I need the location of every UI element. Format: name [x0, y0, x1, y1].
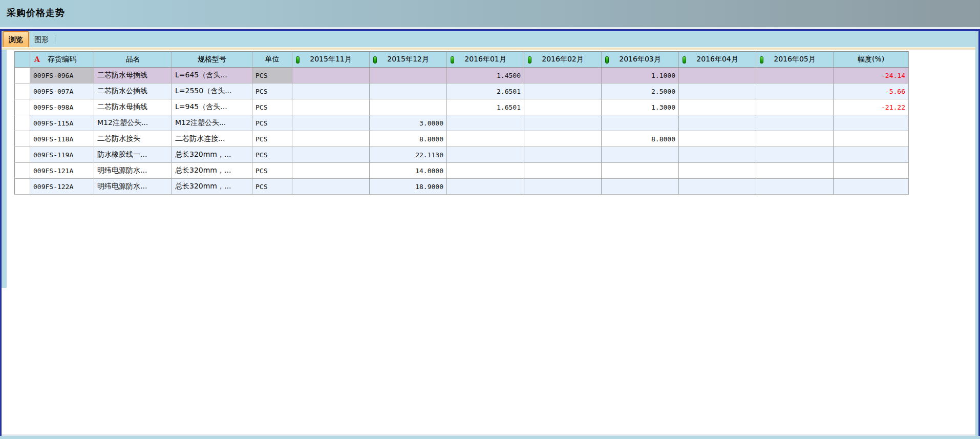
cell-unit[interactable]: PCS [252, 131, 292, 147]
cell-month-4[interactable] [602, 163, 679, 179]
cell-range[interactable] [834, 131, 909, 147]
cell-month-3[interactable] [524, 83, 602, 99]
cell-month-1[interactable] [370, 68, 447, 83]
cell-month-5[interactable] [679, 83, 756, 99]
column-header-month-2[interactable]: 2016年01月 [447, 52, 524, 68]
cell-month-2[interactable] [447, 115, 524, 131]
cell-month-2[interactable] [447, 163, 524, 179]
cell-unit[interactable]: PCS [252, 179, 292, 195]
table-row[interactable]: 009FS-097A二芯防水公插线L=2550（含头...PCS2.65012.… [15, 83, 909, 99]
column-header-code[interactable]: A存货编码 [30, 52, 94, 68]
cell-unit[interactable]: PCS [252, 83, 292, 99]
cell-month-1[interactable]: 8.8000 [370, 131, 447, 147]
cell-spec[interactable]: L=945（含头... [172, 99, 252, 115]
cell-name[interactable]: 二芯防水接头 [94, 131, 172, 147]
cell-month-3[interactable] [524, 147, 602, 163]
cell-month-3[interactable] [524, 179, 602, 195]
cell-month-2[interactable] [447, 179, 524, 195]
cell-range[interactable] [834, 163, 909, 179]
cell-month-0[interactable] [292, 163, 370, 179]
cell-month-3[interactable] [524, 163, 602, 179]
cell-month-1[interactable]: 14.0000 [370, 163, 447, 179]
cell-month-4[interactable] [602, 115, 679, 131]
table-row[interactable]: 009FS-115AM12注塑公头...M12注塑公头...PCS3.0000 [15, 115, 909, 131]
cell-month-6[interactable] [756, 68, 834, 83]
cell-unit[interactable]: PCS [252, 147, 292, 163]
cell-month-5[interactable] [679, 99, 756, 115]
column-header-month-5[interactable]: 2016年04月 [679, 52, 756, 68]
cell-month-4[interactable]: 1.1000 [602, 68, 679, 83]
cell-range[interactable]: -21.22 [834, 99, 909, 115]
table-row[interactable]: 009FS-096A二芯防水母插线L=645（含头...PCS1.45001.1… [15, 68, 909, 83]
cell-month-3[interactable] [524, 115, 602, 131]
tab-graph[interactable]: 图形 [29, 32, 54, 47]
cell-month-2[interactable]: 1.6501 [447, 99, 524, 115]
cell-code[interactable]: 009FS-118A [30, 131, 94, 147]
cell-month-0[interactable] [292, 179, 370, 195]
cell-month-2[interactable]: 2.6501 [447, 83, 524, 99]
cell-range[interactable]: -24.14 [834, 68, 909, 83]
cell-month-4[interactable] [602, 147, 679, 163]
cell-month-2[interactable] [447, 147, 524, 163]
row-selector-cell[interactable] [15, 99, 30, 115]
cell-spec[interactable]: 总长320mm，... [172, 147, 252, 163]
cell-code[interactable]: 009FS-119A [30, 147, 94, 163]
cell-month-5[interactable] [679, 179, 756, 195]
cell-name[interactable]: 二芯防水公插线 [94, 83, 172, 99]
cell-code[interactable]: 009FS-122A [30, 179, 94, 195]
table-row[interactable]: 009FS-121A明纬电源防水...总长320mm，...PCS14.0000 [15, 163, 909, 179]
cell-month-4[interactable]: 2.5000 [602, 83, 679, 99]
cell-month-5[interactable] [679, 147, 756, 163]
cell-range[interactable] [834, 147, 909, 163]
table-row[interactable]: 009FS-122A明纬电源防水...总长320mm，...PCS18.9000 [15, 179, 909, 195]
cell-month-1[interactable]: 3.0000 [370, 115, 447, 131]
cell-month-6[interactable] [756, 99, 834, 115]
row-selector-cell[interactable] [15, 179, 30, 195]
column-header-month-3[interactable]: 2016年02月 [524, 52, 602, 68]
cell-code[interactable]: 009FS-121A [30, 163, 94, 179]
column-header-month-1[interactable]: 2015年12月 [370, 52, 447, 68]
column-header-spec[interactable]: 规格型号 [172, 52, 252, 68]
cell-code[interactable]: 009FS-115A [30, 115, 94, 131]
cell-month-3[interactable] [524, 99, 602, 115]
cell-month-0[interactable] [292, 99, 370, 115]
cell-code[interactable]: 009FS-097A [30, 83, 94, 99]
cell-range[interactable]: -5.66 [834, 83, 909, 99]
cell-month-1[interactable]: 18.9000 [370, 179, 447, 195]
table-row[interactable]: 009FS-118A二芯防水接头二芯防水连接...PCS8.80008.8000 [15, 131, 909, 147]
tab-browse[interactable]: 浏览 [3, 31, 29, 47]
table-row[interactable]: 009FS-098A二芯防水母插线L=945（含头...PCS1.65011.3… [15, 99, 909, 115]
cell-name[interactable]: M12注塑公头... [94, 115, 172, 131]
cell-month-5[interactable] [679, 163, 756, 179]
cell-spec[interactable]: 总长320mm，... [172, 179, 252, 195]
cell-spec[interactable]: L=645（含头... [172, 68, 252, 83]
cell-month-5[interactable] [679, 115, 756, 131]
cell-month-4[interactable]: 8.8000 [602, 131, 679, 147]
cell-spec[interactable]: 二芯防水连接... [172, 131, 252, 147]
cell-range[interactable] [834, 115, 909, 131]
cell-name[interactable]: 防水橡胶线一... [94, 147, 172, 163]
row-selector-cell[interactable] [15, 83, 30, 99]
cell-month-4[interactable]: 1.3000 [602, 99, 679, 115]
cell-spec[interactable]: 总长320mm，... [172, 163, 252, 179]
cell-month-6[interactable] [756, 179, 834, 195]
cell-unit[interactable]: PCS [252, 68, 292, 83]
cell-month-2[interactable] [447, 131, 524, 147]
column-header-month-6[interactable]: 2016年05月 [756, 52, 834, 68]
row-selector-cell[interactable] [15, 131, 30, 147]
column-header-month-4[interactable]: 2016年03月 [602, 52, 679, 68]
cell-month-6[interactable] [756, 163, 834, 179]
cell-month-1[interactable] [370, 99, 447, 115]
cell-spec[interactable]: M12注塑公头... [172, 115, 252, 131]
cell-name[interactable]: 二芯防水母插线 [94, 99, 172, 115]
cell-month-5[interactable] [679, 131, 756, 147]
column-header-month-0[interactable]: 2015年11月 [292, 52, 370, 68]
cell-month-3[interactable] [524, 131, 602, 147]
cell-month-0[interactable] [292, 115, 370, 131]
cell-range[interactable] [834, 179, 909, 195]
cell-month-0[interactable] [292, 131, 370, 147]
cell-name[interactable]: 明纬电源防水... [94, 179, 172, 195]
cell-month-6[interactable] [756, 83, 834, 99]
row-selector-cell[interactable] [15, 68, 30, 83]
row-selector-header[interactable] [15, 52, 30, 68]
